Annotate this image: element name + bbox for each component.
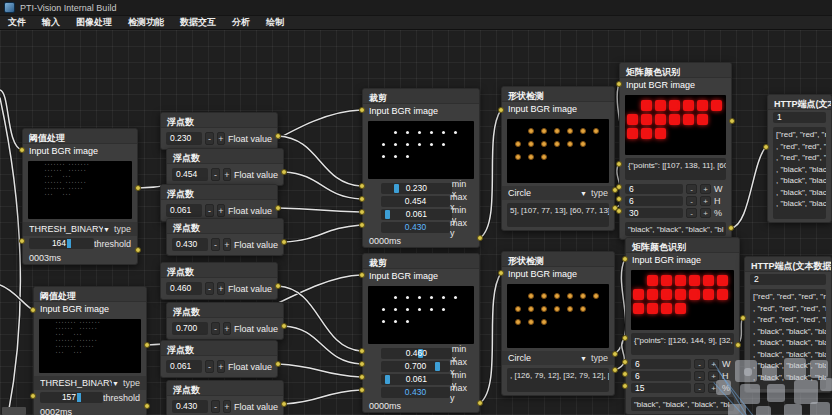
matrix-param-input[interactable]: 30 bbox=[625, 208, 683, 218]
points-textarea[interactable]: {"points": [[107, 138, 11], [60 bbox=[625, 158, 726, 180]
threshold-input[interactable]: 157 bbox=[40, 392, 103, 403]
connection-port[interactable] bbox=[622, 335, 628, 341]
increment-button[interactable]: + bbox=[223, 238, 231, 251]
connection-port[interactable] bbox=[622, 256, 628, 262]
decrement-button[interactable]: - bbox=[686, 208, 697, 218]
node-title-threshold-1[interactable]: 阈值处理 bbox=[23, 129, 137, 144]
connection-port[interactable] bbox=[281, 323, 287, 329]
connection-port[interactable] bbox=[19, 147, 25, 153]
connection-port[interactable] bbox=[359, 374, 365, 380]
crop-param-input[interactable]: 0.230 bbox=[381, 183, 452, 194]
connection-port[interactable] bbox=[616, 81, 622, 87]
node-title-shape-2[interactable]: 形状检测 bbox=[502, 252, 614, 267]
menu-item-2[interactable]: 输入 bbox=[34, 16, 68, 29]
connection-port[interactable] bbox=[19, 238, 25, 244]
connection-port[interactable] bbox=[728, 225, 734, 231]
connection-port[interactable] bbox=[616, 161, 622, 167]
connection-port[interactable] bbox=[135, 185, 141, 191]
node-title-matrix-color-2[interactable]: 矩阵颜色识别 bbox=[626, 238, 739, 253]
float-value-input[interactable]: 0.430 bbox=[172, 400, 208, 413]
increment-button[interactable]: + bbox=[217, 282, 225, 295]
connection-port[interactable] bbox=[281, 401, 287, 407]
node-title-shape-1[interactable]: 形状检测 bbox=[502, 87, 614, 102]
float-value-input[interactable]: 0.061 bbox=[166, 204, 202, 217]
connection-port[interactable] bbox=[729, 118, 735, 124]
menu-item-6[interactable]: 分析 bbox=[224, 16, 258, 29]
chevron-down-icon[interactable]: ▼ bbox=[112, 380, 119, 387]
node-title-float-8[interactable]: 浮点数 bbox=[167, 381, 283, 396]
node-title-float-3[interactable]: 浮点数 bbox=[161, 185, 277, 200]
endpoint-id-input[interactable]: 1 bbox=[773, 112, 826, 123]
float-value-input[interactable]: 0.700 bbox=[172, 322, 208, 335]
increment-button[interactable]: + bbox=[217, 360, 225, 373]
connection-port[interactable] bbox=[616, 208, 622, 214]
decrement-button[interactable]: - bbox=[205, 132, 213, 145]
menu-item-3[interactable]: 图像处理 bbox=[68, 16, 120, 29]
decrement-button[interactable]: - bbox=[211, 238, 219, 251]
menu-item-5[interactable]: 数据交互 bbox=[172, 16, 224, 29]
connection-port[interactable] bbox=[359, 107, 365, 113]
chevron-down-icon[interactable]: ▼ bbox=[103, 226, 110, 233]
connection-port[interactable] bbox=[275, 361, 281, 367]
crop-param-input[interactable]: 0.460 bbox=[381, 348, 452, 359]
connection-port[interactable] bbox=[359, 272, 365, 278]
increment-button[interactable]: + bbox=[223, 168, 231, 181]
crop-param-input[interactable]: 0.061 bbox=[381, 209, 452, 220]
type-select[interactable]: Circle▼type bbox=[502, 351, 614, 365]
connection-port[interactable] bbox=[622, 371, 628, 377]
decrement-button[interactable]: - bbox=[205, 204, 213, 217]
node-title-http-endpoint-1[interactable]: HTTP端点(文本数据) bbox=[768, 95, 831, 110]
node-title-float-2[interactable]: 浮点数 bbox=[167, 149, 283, 164]
connection-port[interactable] bbox=[275, 283, 281, 289]
connection-port[interactable] bbox=[740, 315, 746, 321]
increment-button[interactable]: + bbox=[708, 371, 719, 381]
connection-port[interactable] bbox=[359, 183, 365, 189]
connection-port[interactable] bbox=[622, 383, 628, 389]
crop-param-input[interactable]: 0.454 bbox=[381, 196, 450, 207]
matrix-param-input[interactable]: 6 bbox=[625, 196, 683, 206]
decrement-button[interactable]: - bbox=[686, 196, 697, 206]
connection-port[interactable] bbox=[498, 107, 504, 113]
crop-param-input[interactable]: 0.430 bbox=[381, 387, 450, 398]
connection-port[interactable] bbox=[612, 351, 618, 357]
crop-param-input[interactable]: 0.430 bbox=[381, 222, 450, 233]
connection-port[interactable] bbox=[616, 196, 622, 202]
decrement-button[interactable]: - bbox=[211, 322, 219, 335]
connection-port[interactable] bbox=[359, 196, 365, 202]
increment-button[interactable]: + bbox=[700, 208, 711, 218]
threshold-input[interactable]: 164 bbox=[29, 238, 94, 249]
connection-port[interactable] bbox=[763, 144, 769, 150]
connection-port[interactable] bbox=[359, 387, 365, 393]
crop-param-input[interactable]: 0.061 bbox=[381, 374, 452, 385]
connection-port[interactable] bbox=[622, 359, 628, 365]
float-value-input[interactable]: 0.061 bbox=[166, 360, 202, 373]
node-title-float-5[interactable]: 浮点数 bbox=[161, 263, 277, 278]
points-textarea[interactable]: 5], [107, 77, 13], [60, 77, 13], bbox=[507, 203, 609, 227]
decrement-button[interactable]: - bbox=[686, 184, 697, 194]
connection-port[interactable] bbox=[359, 222, 365, 228]
increment-button[interactable]: + bbox=[700, 184, 711, 194]
connection-port[interactable] bbox=[359, 209, 365, 215]
type-select[interactable]: Circle▼type bbox=[502, 186, 614, 200]
menu-item-7[interactable]: 绘制 bbox=[258, 16, 292, 29]
node-title-crop-2[interactable]: 裁剪 bbox=[363, 254, 479, 269]
node-title-float-7[interactable]: 浮点数 bbox=[161, 341, 277, 356]
decrement-button[interactable]: - bbox=[211, 400, 219, 413]
node-title-float-4[interactable]: 浮点数 bbox=[167, 219, 283, 234]
points-textarea[interactable]: "black", "black", "black", "bl bbox=[625, 222, 726, 236]
connection-port[interactable] bbox=[612, 367, 618, 373]
node-title-crop-1[interactable]: 裁剪 bbox=[363, 89, 479, 104]
increment-button[interactable]: + bbox=[223, 322, 231, 335]
connection-port[interactable] bbox=[735, 342, 741, 348]
connection-port[interactable] bbox=[616, 184, 622, 190]
decrement-button[interactable]: - bbox=[205, 282, 213, 295]
decrement-button[interactable]: - bbox=[211, 168, 219, 181]
increment-button[interactable]: + bbox=[223, 400, 231, 413]
increment-button[interactable]: + bbox=[708, 383, 719, 393]
node-title-threshold-2[interactable]: 阈值处理 bbox=[34, 287, 146, 302]
endpoint-id-input[interactable]: 2 bbox=[750, 274, 826, 285]
connection-port[interactable] bbox=[275, 205, 281, 211]
type-select[interactable]: THRESH_BINARY▼type bbox=[34, 376, 146, 390]
connection-port[interactable] bbox=[281, 169, 287, 175]
connection-port[interactable] bbox=[275, 133, 281, 139]
